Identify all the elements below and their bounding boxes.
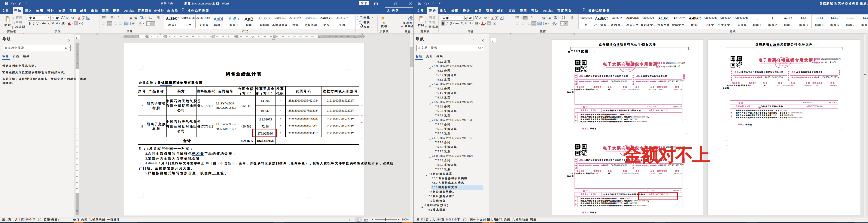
svg-text:字: 字 [80,23,82,25]
svg-text:A: A [142,16,143,18]
svg-text:x: x [40,219,41,220]
svg-text:3: 3 [523,18,524,20]
svg-text:字: 字 [494,23,496,25]
svg-text:国家税务总局: 国家税务总局 [778,62,787,64]
svg-text:Z: Z [562,18,563,20]
svg-text:辽宁省税务局: 辽宁省税务局 [778,64,787,66]
svg-text:A: A [149,16,150,18]
svg-text:Z: Z [149,18,150,20]
svg-text:全国统一发票监制章: 全国统一发票监制章 [620,64,635,66]
svg-text:全国统一发票监制章: 全国统一发票监制章 [775,60,791,62]
svg-text:x: x [465,219,466,220]
svg-text:A: A [555,16,556,18]
svg-text:辽宁省税务局: 辽宁省税务局 [623,68,632,70]
svg-text:A: A [562,16,563,18]
svg-text:3: 3 [110,18,111,20]
svg-text:国家税务总局: 国家税务总局 [623,67,632,68]
